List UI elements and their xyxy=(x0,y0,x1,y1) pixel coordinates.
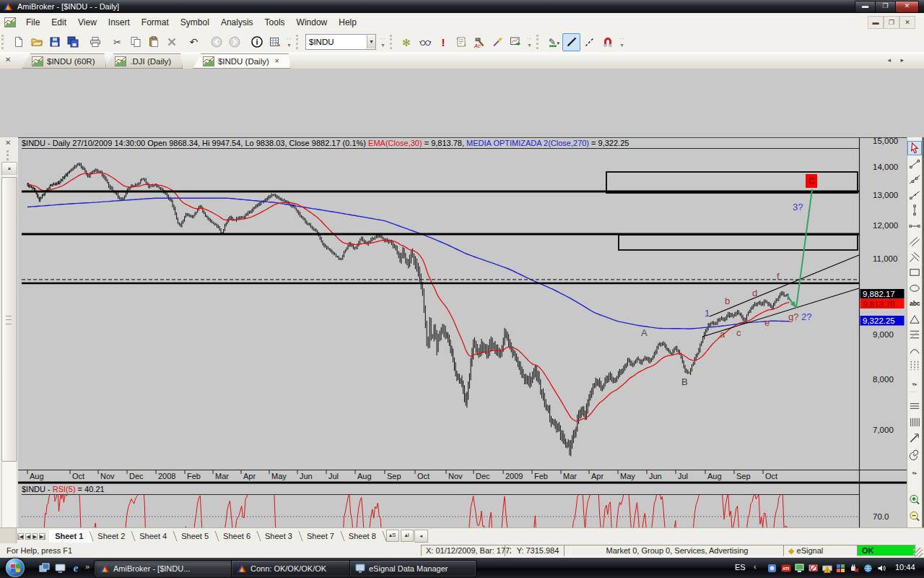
pitchfork-tool[interactable] xyxy=(907,250,922,264)
nav-forward-button[interactable] xyxy=(225,33,243,51)
display-blocked-icon[interactable] xyxy=(808,563,819,573)
toolbar-grip[interactable] xyxy=(390,35,395,49)
nav-back-button[interactable] xyxy=(207,33,225,51)
taskbar-button-1[interactable]: Conn: OK/OK/OK/OK xyxy=(231,560,358,577)
tray-language[interactable]: ES xyxy=(735,563,746,571)
wave-label-b[interactable]: b xyxy=(725,296,730,306)
taskbar-button-2[interactable]: eSignal Data Manager xyxy=(349,560,476,577)
sheet-tab-sheet-7[interactable]: Sheet 7 xyxy=(301,530,343,543)
toolbar-overflow-icon[interactable]: ··▾ xyxy=(285,34,293,50)
copy-button[interactable] xyxy=(126,33,144,51)
vertical-line-tool[interactable] xyxy=(907,203,922,217)
open-file-button[interactable] xyxy=(27,33,45,51)
symbol-combobox[interactable]: ▾ xyxy=(305,34,376,50)
show-desktop-icon[interactable] xyxy=(53,561,66,574)
triangle-tool[interactable] xyxy=(907,312,922,327)
resize-grip[interactable] xyxy=(913,548,923,557)
mdi-minimize-button[interactable]: ▬ xyxy=(868,16,884,29)
sheet-tab-sheet-1[interactable]: Sheet 1 xyxy=(49,530,92,543)
sheet-tab-sheet-2[interactable]: Sheet 2 xyxy=(92,530,134,543)
window-switcher-icon[interactable] xyxy=(38,561,51,574)
new-file-button[interactable] xyxy=(9,33,27,51)
wave-label-1[interactable]: 1 xyxy=(705,308,710,319)
ray-tool[interactable] xyxy=(907,188,922,202)
ati-icon[interactable]: ATI xyxy=(780,563,791,573)
tab-scroll-left-icon[interactable]: ◂ xyxy=(887,56,891,64)
menu-symbol[interactable]: Symbol xyxy=(175,15,215,30)
ellipse-tool[interactable] xyxy=(907,281,922,296)
wave-label-e[interactable]: e xyxy=(764,317,770,328)
internet-explorer-icon[interactable]: e xyxy=(69,561,82,574)
fib-timezone-tool[interactable] xyxy=(907,358,922,373)
wave-label-a[interactable]: a xyxy=(720,329,725,340)
pencil-dropdown-button[interactable]: ✎▾ xyxy=(544,33,562,51)
explore-button[interactable] xyxy=(416,33,434,51)
trendline-tool[interactable] xyxy=(907,172,922,186)
spiral-tool[interactable] xyxy=(907,447,922,461)
horizontal-segment-tool[interactable] xyxy=(907,219,922,233)
parallel-lines-tool[interactable] xyxy=(907,234,922,249)
fib-retracement-tool[interactable] xyxy=(907,327,922,342)
price-chart[interactable]: CAB1abcdefg?2?3?AugOctNovDec2008FebMarAp… xyxy=(18,137,907,578)
keyboard-warning-icon[interactable]: ! xyxy=(821,563,832,573)
zoom-out-button[interactable] xyxy=(907,509,922,524)
backtest-button[interactable]: Ac xyxy=(470,33,488,51)
menu-insert[interactable]: Insert xyxy=(103,15,136,30)
pointer-tool[interactable] xyxy=(907,141,922,155)
wave-label-d[interactable]: d xyxy=(752,288,757,298)
menu-file[interactable]: File xyxy=(20,15,45,30)
arc-tool[interactable] xyxy=(907,343,922,358)
wave-label-f[interactable]: f xyxy=(777,271,780,282)
app-blue-icon[interactable] xyxy=(767,563,777,573)
menu-view[interactable]: View xyxy=(72,15,103,30)
dashed-line-tool-button[interactable] xyxy=(580,33,598,51)
network-globe-icon[interactable] xyxy=(863,563,873,573)
sheet-tab-sheet-4[interactable]: Sheet 4 xyxy=(134,530,175,543)
symbol-input[interactable] xyxy=(306,38,367,46)
arrow-tool[interactable] xyxy=(907,431,922,445)
cut-button[interactable]: ✂ xyxy=(108,33,126,51)
menu-analysis[interactable]: Analysis xyxy=(215,15,259,30)
tab--dji-daily-[interactable]: .DJI (Daily) xyxy=(105,53,183,69)
scan-button[interactable]: ✻ xyxy=(398,33,416,51)
menu-format[interactable]: Format xyxy=(136,15,175,30)
tray-chevron[interactable]: ‹ xyxy=(754,562,757,571)
power-plug-error-icon[interactable] xyxy=(849,563,860,573)
color-grid-icon[interactable] xyxy=(835,563,846,573)
save-file-button[interactable] xyxy=(45,33,64,51)
zoom-in-button[interactable] xyxy=(907,493,922,507)
chart-export-button[interactable] xyxy=(506,33,524,51)
tabbar-close-icon[interactable]: ✕ xyxy=(5,56,11,64)
sheet-tab-sheet-6[interactable]: Sheet 6 xyxy=(217,530,259,543)
toolbar-grip[interactable] xyxy=(1,35,6,49)
text-tool[interactable]: abc xyxy=(907,296,922,311)
toolbar-overflow-icon[interactable]: ··▾ xyxy=(526,34,533,50)
menu-tools[interactable]: Tools xyxy=(259,15,291,30)
toolbar-overflow-icon[interactable]: ··▾ xyxy=(379,34,387,50)
quicklaunch-chevron[interactable]: » xyxy=(85,562,90,571)
sheet-tab-sheet-3[interactable]: Sheet 3 xyxy=(259,530,301,543)
wizard-button[interactable]: ✦✦ xyxy=(488,33,506,51)
sheet-tab-sheet-5[interactable]: Sheet 5 xyxy=(175,530,217,543)
minimize-button[interactable]: ▬ xyxy=(855,1,876,13)
sheet-tab-sheet-8[interactable]: Sheet 8 xyxy=(343,530,385,543)
taskbar-button-0[interactable]: AmiBroker - [$INDU... xyxy=(94,560,238,577)
alert-button[interactable]: ! xyxy=(434,33,452,51)
toolbar-overflow-icon[interactable]: ··▾ xyxy=(618,34,626,50)
panel-close-icon[interactable]: ✕ xyxy=(5,139,11,147)
grid-lines-tool[interactable] xyxy=(907,415,922,429)
sheet-scroll-left[interactable]: ◂ xyxy=(414,530,428,543)
sheet-nav-1[interactable]: ◀ xyxy=(25,533,30,540)
menu-window[interactable]: Window xyxy=(291,15,334,30)
start-button[interactable] xyxy=(6,558,25,577)
tab-close-icon[interactable]: × xyxy=(275,57,279,65)
scrollbar-thumb[interactable] xyxy=(1,177,17,462)
save-all-button[interactable] xyxy=(64,33,82,51)
print-button[interactable] xyxy=(86,33,104,51)
formula-editor-button[interactable] xyxy=(452,33,470,51)
restore-button[interactable]: ❐ xyxy=(875,1,896,13)
wave-label-2[interactable]: 2? xyxy=(801,311,811,322)
sheet-nav-2[interactable]: ▶ xyxy=(32,533,38,540)
toolbar-overflow-icon[interactable]: ▾▸ xyxy=(907,466,922,480)
trend-segment-tool[interactable] xyxy=(907,157,922,171)
